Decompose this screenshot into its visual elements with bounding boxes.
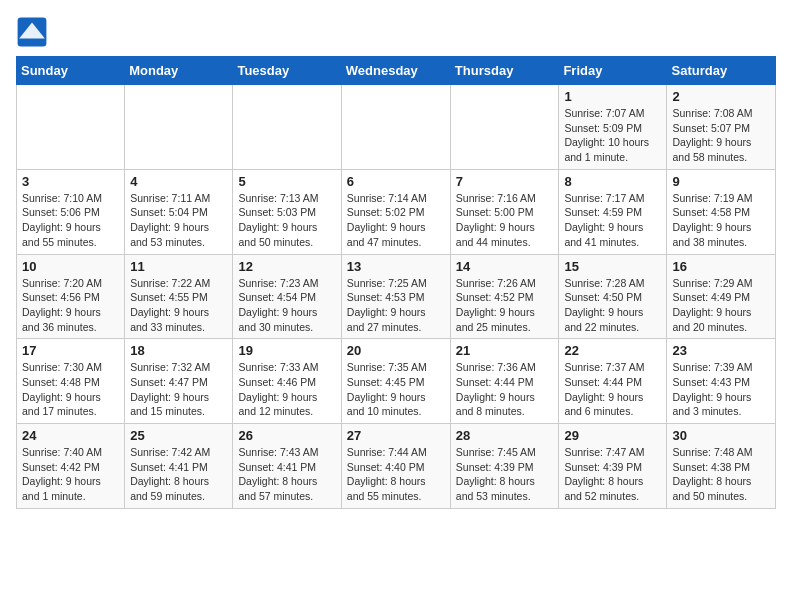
day-number: 26	[238, 428, 335, 443]
calendar-empty-cell	[450, 85, 559, 170]
calendar-day-cell: 9Sunrise: 7:19 AM Sunset: 4:58 PM Daylig…	[667, 169, 776, 254]
day-info: Sunrise: 7:33 AM Sunset: 4:46 PM Dayligh…	[238, 360, 335, 419]
day-info: Sunrise: 7:14 AM Sunset: 5:02 PM Dayligh…	[347, 191, 445, 250]
day-info: Sunrise: 7:16 AM Sunset: 5:00 PM Dayligh…	[456, 191, 554, 250]
day-info: Sunrise: 7:39 AM Sunset: 4:43 PM Dayligh…	[672, 360, 770, 419]
weekday-header-thursday: Thursday	[450, 57, 559, 85]
calendar-day-cell: 27Sunrise: 7:44 AM Sunset: 4:40 PM Dayli…	[341, 424, 450, 509]
day-number: 8	[564, 174, 661, 189]
day-number: 16	[672, 259, 770, 274]
calendar-week-row: 10Sunrise: 7:20 AM Sunset: 4:56 PM Dayli…	[17, 254, 776, 339]
calendar-day-cell: 12Sunrise: 7:23 AM Sunset: 4:54 PM Dayli…	[233, 254, 341, 339]
calendar-day-cell: 14Sunrise: 7:26 AM Sunset: 4:52 PM Dayli…	[450, 254, 559, 339]
day-info: Sunrise: 7:11 AM Sunset: 5:04 PM Dayligh…	[130, 191, 227, 250]
day-number: 29	[564, 428, 661, 443]
day-info: Sunrise: 7:08 AM Sunset: 5:07 PM Dayligh…	[672, 106, 770, 165]
calendar-day-cell: 24Sunrise: 7:40 AM Sunset: 4:42 PM Dayli…	[17, 424, 125, 509]
day-number: 15	[564, 259, 661, 274]
day-number: 7	[456, 174, 554, 189]
header	[16, 16, 776, 48]
day-number: 30	[672, 428, 770, 443]
day-info: Sunrise: 7:40 AM Sunset: 4:42 PM Dayligh…	[22, 445, 119, 504]
weekday-header-monday: Monday	[125, 57, 233, 85]
day-number: 2	[672, 89, 770, 104]
day-info: Sunrise: 7:44 AM Sunset: 4:40 PM Dayligh…	[347, 445, 445, 504]
day-number: 10	[22, 259, 119, 274]
day-info: Sunrise: 7:23 AM Sunset: 4:54 PM Dayligh…	[238, 276, 335, 335]
calendar-day-cell: 15Sunrise: 7:28 AM Sunset: 4:50 PM Dayli…	[559, 254, 667, 339]
day-number: 6	[347, 174, 445, 189]
day-info: Sunrise: 7:19 AM Sunset: 4:58 PM Dayligh…	[672, 191, 770, 250]
day-info: Sunrise: 7:45 AM Sunset: 4:39 PM Dayligh…	[456, 445, 554, 504]
calendar-day-cell: 2Sunrise: 7:08 AM Sunset: 5:07 PM Daylig…	[667, 85, 776, 170]
weekday-header-friday: Friday	[559, 57, 667, 85]
calendar-day-cell: 10Sunrise: 7:20 AM Sunset: 4:56 PM Dayli…	[17, 254, 125, 339]
calendar-empty-cell	[341, 85, 450, 170]
day-number: 12	[238, 259, 335, 274]
day-number: 17	[22, 343, 119, 358]
calendar-week-row: 3Sunrise: 7:10 AM Sunset: 5:06 PM Daylig…	[17, 169, 776, 254]
calendar-day-cell: 4Sunrise: 7:11 AM Sunset: 5:04 PM Daylig…	[125, 169, 233, 254]
day-info: Sunrise: 7:32 AM Sunset: 4:47 PM Dayligh…	[130, 360, 227, 419]
calendar-week-row: 1Sunrise: 7:07 AM Sunset: 5:09 PM Daylig…	[17, 85, 776, 170]
calendar-day-cell: 11Sunrise: 7:22 AM Sunset: 4:55 PM Dayli…	[125, 254, 233, 339]
calendar-day-cell: 13Sunrise: 7:25 AM Sunset: 4:53 PM Dayli…	[341, 254, 450, 339]
day-info: Sunrise: 7:10 AM Sunset: 5:06 PM Dayligh…	[22, 191, 119, 250]
calendar-day-cell: 6Sunrise: 7:14 AM Sunset: 5:02 PM Daylig…	[341, 169, 450, 254]
day-info: Sunrise: 7:22 AM Sunset: 4:55 PM Dayligh…	[130, 276, 227, 335]
calendar-empty-cell	[125, 85, 233, 170]
day-info: Sunrise: 7:43 AM Sunset: 4:41 PM Dayligh…	[238, 445, 335, 504]
calendar-day-cell: 18Sunrise: 7:32 AM Sunset: 4:47 PM Dayli…	[125, 339, 233, 424]
calendar-empty-cell	[17, 85, 125, 170]
day-info: Sunrise: 7:29 AM Sunset: 4:49 PM Dayligh…	[672, 276, 770, 335]
day-info: Sunrise: 7:35 AM Sunset: 4:45 PM Dayligh…	[347, 360, 445, 419]
day-number: 24	[22, 428, 119, 443]
calendar-header-row: SundayMondayTuesdayWednesdayThursdayFrid…	[17, 57, 776, 85]
calendar-day-cell: 19Sunrise: 7:33 AM Sunset: 4:46 PM Dayli…	[233, 339, 341, 424]
calendar-day-cell: 28Sunrise: 7:45 AM Sunset: 4:39 PM Dayli…	[450, 424, 559, 509]
weekday-header-sunday: Sunday	[17, 57, 125, 85]
day-info: Sunrise: 7:37 AM Sunset: 4:44 PM Dayligh…	[564, 360, 661, 419]
day-info: Sunrise: 7:36 AM Sunset: 4:44 PM Dayligh…	[456, 360, 554, 419]
day-number: 18	[130, 343, 227, 358]
day-info: Sunrise: 7:13 AM Sunset: 5:03 PM Dayligh…	[238, 191, 335, 250]
calendar-day-cell: 3Sunrise: 7:10 AM Sunset: 5:06 PM Daylig…	[17, 169, 125, 254]
weekday-header-wednesday: Wednesday	[341, 57, 450, 85]
day-number: 13	[347, 259, 445, 274]
calendar-day-cell: 7Sunrise: 7:16 AM Sunset: 5:00 PM Daylig…	[450, 169, 559, 254]
day-number: 28	[456, 428, 554, 443]
day-number: 21	[456, 343, 554, 358]
day-number: 5	[238, 174, 335, 189]
calendar-day-cell: 1Sunrise: 7:07 AM Sunset: 5:09 PM Daylig…	[559, 85, 667, 170]
weekday-header-tuesday: Tuesday	[233, 57, 341, 85]
calendar-day-cell: 20Sunrise: 7:35 AM Sunset: 4:45 PM Dayli…	[341, 339, 450, 424]
calendar-day-cell: 25Sunrise: 7:42 AM Sunset: 4:41 PM Dayli…	[125, 424, 233, 509]
day-info: Sunrise: 7:20 AM Sunset: 4:56 PM Dayligh…	[22, 276, 119, 335]
calendar-day-cell: 5Sunrise: 7:13 AM Sunset: 5:03 PM Daylig…	[233, 169, 341, 254]
calendar-day-cell: 29Sunrise: 7:47 AM Sunset: 4:39 PM Dayli…	[559, 424, 667, 509]
day-info: Sunrise: 7:25 AM Sunset: 4:53 PM Dayligh…	[347, 276, 445, 335]
day-number: 20	[347, 343, 445, 358]
day-info: Sunrise: 7:26 AM Sunset: 4:52 PM Dayligh…	[456, 276, 554, 335]
calendar-week-row: 24Sunrise: 7:40 AM Sunset: 4:42 PM Dayli…	[17, 424, 776, 509]
calendar-day-cell: 21Sunrise: 7:36 AM Sunset: 4:44 PM Dayli…	[450, 339, 559, 424]
day-info: Sunrise: 7:07 AM Sunset: 5:09 PM Dayligh…	[564, 106, 661, 165]
day-info: Sunrise: 7:28 AM Sunset: 4:50 PM Dayligh…	[564, 276, 661, 335]
day-info: Sunrise: 7:42 AM Sunset: 4:41 PM Dayligh…	[130, 445, 227, 504]
day-number: 4	[130, 174, 227, 189]
calendar-day-cell: 8Sunrise: 7:17 AM Sunset: 4:59 PM Daylig…	[559, 169, 667, 254]
day-number: 1	[564, 89, 661, 104]
calendar-day-cell: 30Sunrise: 7:48 AM Sunset: 4:38 PM Dayli…	[667, 424, 776, 509]
day-number: 27	[347, 428, 445, 443]
calendar: SundayMondayTuesdayWednesdayThursdayFrid…	[16, 56, 776, 509]
day-number: 9	[672, 174, 770, 189]
weekday-header-saturday: Saturday	[667, 57, 776, 85]
logo	[16, 16, 52, 48]
day-number: 11	[130, 259, 227, 274]
calendar-week-row: 17Sunrise: 7:30 AM Sunset: 4:48 PM Dayli…	[17, 339, 776, 424]
day-number: 25	[130, 428, 227, 443]
day-info: Sunrise: 7:17 AM Sunset: 4:59 PM Dayligh…	[564, 191, 661, 250]
day-info: Sunrise: 7:30 AM Sunset: 4:48 PM Dayligh…	[22, 360, 119, 419]
calendar-day-cell: 23Sunrise: 7:39 AM Sunset: 4:43 PM Dayli…	[667, 339, 776, 424]
day-number: 23	[672, 343, 770, 358]
